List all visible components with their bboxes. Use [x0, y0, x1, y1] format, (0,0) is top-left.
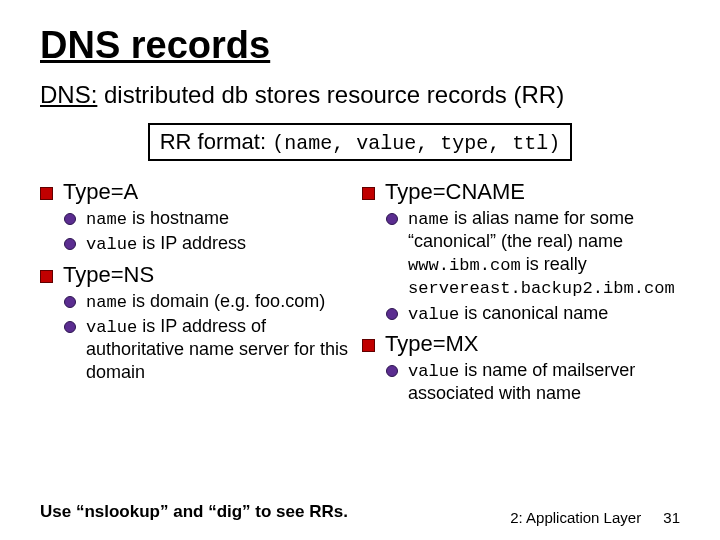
type-cname-bullet-2: value is canonical name — [386, 302, 680, 325]
square-bullet-icon — [362, 339, 375, 352]
bullet-text: value is canonical name — [408, 302, 608, 325]
bullet-text: value is name of mailserver associated w… — [408, 359, 680, 405]
rr-format-prefix: RR format: — [160, 129, 272, 154]
type-mx-heading: Type=MX — [362, 331, 680, 357]
type-a-heading: Type=A — [40, 179, 358, 205]
slide: DNS records DNS: distributed db stores r… — [0, 0, 720, 540]
rr-format-tuple: (name, value, type, ttl) — [272, 132, 560, 155]
circle-bullet-icon — [64, 213, 76, 225]
bullet-text: name is alias name for some “canonical” … — [408, 207, 680, 300]
right-column: Type=CNAME name is alias name for some “… — [362, 173, 680, 407]
circle-bullet-icon — [64, 321, 76, 333]
slide-subtitle: DNS: distributed db stores resource reco… — [40, 81, 680, 109]
type-ns-label: Type=NS — [63, 262, 154, 288]
footer-section: 2: Application Layer — [510, 509, 641, 526]
type-a-bullet-2: value is IP address — [64, 232, 358, 255]
bullet-text: name is domain (e.g. foo.com) — [86, 290, 325, 313]
footer-page-number: 31 — [663, 509, 680, 526]
circle-bullet-icon — [64, 296, 76, 308]
footer: 2: Application Layer 31 — [510, 509, 680, 526]
circle-bullet-icon — [64, 238, 76, 250]
square-bullet-icon — [40, 187, 53, 200]
circle-bullet-icon — [386, 365, 398, 377]
type-ns-bullet-1: name is domain (e.g. foo.com) — [64, 290, 358, 313]
type-ns-bullet-2: value is IP address of authoritative nam… — [64, 315, 358, 383]
bullet-text: value is IP address of authoritative nam… — [86, 315, 358, 383]
subtitle-rest: distributed db stores resource records (… — [97, 81, 564, 108]
tip-text: Use “nslookup” and “dig” to see RRs. — [40, 502, 348, 522]
type-mx-label: Type=MX — [385, 331, 479, 357]
type-cname-heading: Type=CNAME — [362, 179, 680, 205]
rr-format-box: RR format: (name, value, type, ttl) — [148, 123, 573, 161]
type-a-bullet-1: name is hostname — [64, 207, 358, 230]
rr-format-box-wrap: RR format: (name, value, type, ttl) — [40, 123, 680, 161]
type-mx-bullet-1: value is name of mailserver associated w… — [386, 359, 680, 405]
left-column: Type=A name is hostname value is IP addr… — [40, 173, 358, 407]
content-columns: Type=A name is hostname value is IP addr… — [40, 173, 680, 407]
square-bullet-icon — [362, 187, 375, 200]
square-bullet-icon — [40, 270, 53, 283]
slide-title: DNS records — [40, 24, 680, 67]
bullet-text: name is hostname — [86, 207, 229, 230]
circle-bullet-icon — [386, 308, 398, 320]
type-ns-heading: Type=NS — [40, 262, 358, 288]
type-a-label: Type=A — [63, 179, 138, 205]
type-cname-bullet-1: name is alias name for some “canonical” … — [386, 207, 680, 300]
type-cname-label: Type=CNAME — [385, 179, 525, 205]
circle-bullet-icon — [386, 213, 398, 225]
subtitle-prefix: DNS: — [40, 81, 97, 108]
bullet-text: value is IP address — [86, 232, 246, 255]
